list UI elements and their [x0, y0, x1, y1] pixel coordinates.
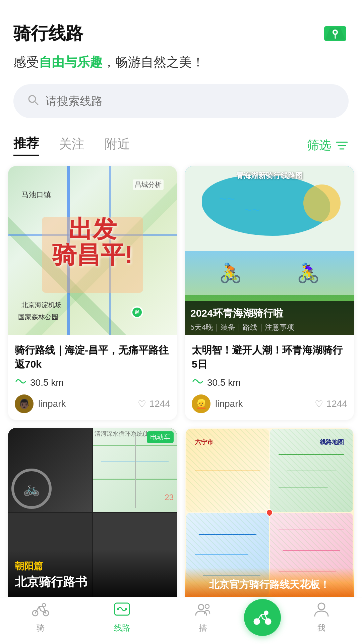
svg-point-14 — [125, 608, 127, 610]
cards-grid: 马池口镇 昌城分析 北京海淀机场 国家森林公园 出发骑昌平! 起 骑行路线｜海淀… — [0, 166, 362, 644]
tabs-row: 推荐 关注 附近 筛选 — [0, 135, 362, 166]
svg-point-11 — [42, 603, 46, 607]
match-icon — [194, 602, 212, 620]
map-icon — [323, 23, 347, 44]
svg-point-3 — [334, 31, 337, 34]
card-4-image: 六宁市 线路地图 北京官方骑行路线天花板！ — [185, 428, 354, 597]
tab-recommend[interactable]: 推荐 — [13, 135, 39, 156]
nav-item-match[interactable]: 搭 — [163, 602, 244, 633]
card-2-like-count: 1244 — [326, 398, 347, 409]
card-1-author: 👨🏿 linpark — [15, 394, 66, 413]
card-1-author-name: linpark — [38, 398, 66, 409]
subtitle: 感受自由与乐趣，畅游自然之美！ — [0, 54, 362, 84]
map-icon-button[interactable] — [322, 20, 349, 47]
card-1-like-count: 1244 — [149, 398, 170, 409]
svg-point-19 — [264, 611, 268, 614]
card-1-avatar: 👨🏿 — [15, 394, 34, 413]
subtitle-highlight: 自由与乐趣 — [39, 55, 103, 69]
card-2-avatar: 👱 — [192, 394, 210, 413]
svg-point-15 — [198, 604, 204, 610]
card-3-image: 🚲 清河深水循环系统(12号门) 23 — [8, 428, 177, 597]
distance-icon-2 — [192, 377, 204, 388]
center-bike-button[interactable] — [244, 599, 281, 636]
subtitle-prefix: 感受 — [13, 55, 39, 69]
card-2-author-name: linpark — [215, 398, 243, 409]
nav-item-me[interactable]: 我 — [281, 602, 362, 633]
card-4-overlay: 北京官方骑行路线天花板！ — [190, 578, 349, 592]
card-2-image: 青海湖新骑行线路图 〜〜 〜〜 🚴 🚴‍♀️ 2024环青海湖骑行啦 5天4晚｜… — [185, 166, 354, 335]
svg-line-5 — [35, 101, 38, 105]
card-2-footer: 👱 linpark ♡ 1244 — [192, 394, 347, 413]
card-2-banner: 2024环青海湖骑行啦 5天4晚｜装备｜路线｜注意事项 — [185, 301, 354, 335]
nav-label-match: 搭 — [199, 623, 207, 633]
search-input[interactable] — [46, 95, 335, 108]
card-2-title: 太明智！避开人潮！环青海湖骑行5日 — [192, 343, 347, 371]
nav-item-routes[interactable]: 线路 — [81, 602, 163, 633]
search-bar[interactable] — [13, 84, 349, 118]
nav-item-center[interactable] — [244, 599, 281, 636]
header: 骑行线路 — [0, 0, 362, 54]
card-1-distance-value: 30.5 km — [30, 377, 64, 388]
card-3-main-label: 北京骑行路书 — [15, 574, 170, 590]
card-2-body: 太明智！避开人潮！环青海湖骑行5日 30.5 km 👱 linpark ♡ 12… — [185, 335, 354, 420]
card-3-tag: 电动车 — [147, 431, 174, 443]
card-2-likes[interactable]: ♡ 1244 — [315, 398, 347, 410]
bike-icon — [32, 602, 49, 620]
routes-icon — [113, 602, 131, 620]
filter-label: 筛选 — [307, 137, 331, 154]
card-2-distance-value: 30.5 km — [207, 377, 241, 388]
card-2-banner-sub: 5天4晚｜装备｜路线｜注意事项 — [190, 322, 349, 332]
search-icon — [27, 94, 39, 109]
center-bike-icon — [253, 608, 272, 627]
svg-point-13 — [117, 608, 119, 610]
card-1-body: 骑行路线｜海淀-昌平，无痛平路往返70k 30.5 km 👨🏿 linpark … — [8, 335, 177, 420]
page-title: 骑行线路 — [13, 22, 83, 45]
card-3-sub-label: 朝阳篇 — [15, 560, 170, 573]
card-1-distance: 30.5 km — [15, 377, 170, 388]
filter-icon — [335, 140, 349, 152]
nav-label-me: 我 — [317, 623, 325, 633]
tab-nearby[interactable]: 附近 — [105, 136, 130, 155]
card-2-author: 👱 linpark — [192, 394, 243, 413]
heart-icon-2: ♡ — [315, 398, 323, 410]
svg-point-20 — [318, 603, 325, 610]
heart-icon-1: ♡ — [138, 398, 146, 410]
svg-point-16 — [205, 604, 209, 608]
card-2-distance: 30.5 km — [192, 377, 347, 388]
filter-button[interactable]: 筛选 — [307, 137, 349, 154]
nav-item-ride[interactable]: 骑 — [0, 602, 81, 633]
card-1[interactable]: 马池口镇 昌城分析 北京海淀机场 国家森林公园 出发骑昌平! 起 骑行路线｜海淀… — [8, 166, 177, 420]
card-1-likes[interactable]: ♡ 1244 — [138, 398, 170, 410]
user-icon — [313, 602, 330, 620]
card-1-footer: 👨🏿 linpark ♡ 1244 — [15, 394, 170, 413]
card-2[interactable]: 青海湖新骑行线路图 〜〜 〜〜 🚴 🚴‍♀️ 2024环青海湖骑行啦 5天4晚｜… — [185, 166, 354, 420]
card-2-banner-main: 2024环青海湖骑行啦 — [190, 307, 349, 320]
distance-icon-1 — [15, 377, 27, 388]
subtitle-suffix: ，畅游自然之美！ — [103, 55, 204, 69]
nav-label-ride: 骑 — [37, 623, 45, 633]
card-1-title: 骑行路线｜海淀-昌平，无痛平路往返70k — [15, 343, 170, 371]
bottom-nav: 骑 线路 搭 — [0, 597, 362, 644]
tab-follow[interactable]: 关注 — [59, 136, 84, 155]
card-1-image: 马池口镇 昌城分析 北京海淀机场 国家森林公园 出发骑昌平! 起 — [8, 166, 177, 335]
nav-label-routes: 线路 — [114, 623, 130, 633]
